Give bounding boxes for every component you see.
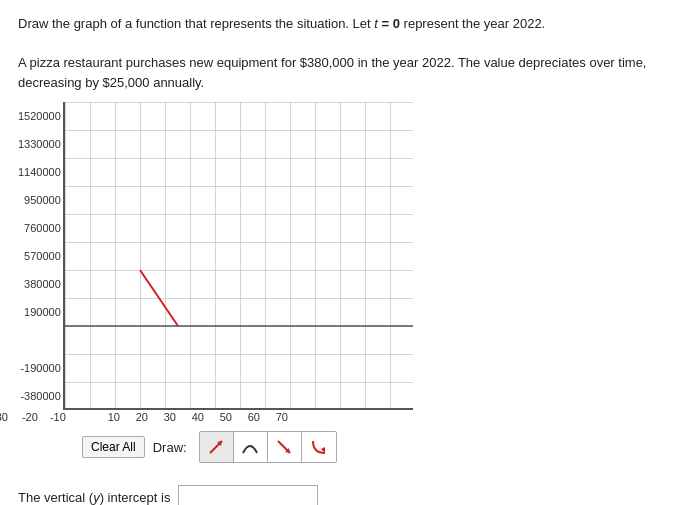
draw-tools xyxy=(199,431,337,463)
y-label-7: 1330000 xyxy=(18,130,61,158)
x-label-0: 0 xyxy=(72,411,100,423)
line-up-tool-button[interactable] xyxy=(200,432,234,462)
y-label-6: 1140000 xyxy=(18,158,61,186)
x-label-40: 40 xyxy=(184,411,212,423)
x-label-20: 20 xyxy=(128,411,156,423)
x-label-neg30: 30 xyxy=(0,411,16,423)
x-label-70: 70 xyxy=(268,411,296,423)
draw-label: Draw: xyxy=(153,440,187,455)
x-label-neg20: -20 xyxy=(16,411,44,423)
x-axis-labels-row: 30 -20 -10 0 10 20 30 40 50 60 70 xyxy=(0,411,338,423)
y-label-4: 760000 xyxy=(24,214,61,242)
clear-all-button[interactable]: Clear All xyxy=(82,436,145,458)
svg-rect-1 xyxy=(65,102,413,410)
y-label-neg1: -190000 xyxy=(20,354,60,382)
y-label-neg2: -380000 xyxy=(20,382,60,410)
answer-label: The vertical (y) intercept is xyxy=(18,490,170,505)
y-label-3: 570000 xyxy=(24,242,61,270)
equation: t = 0 xyxy=(374,16,400,31)
graph-area: 1520000 1330000 1140000 950000 760000 57… xyxy=(18,102,677,423)
answer-row: The vertical (y) intercept is xyxy=(18,485,677,505)
x-label-50: 50 xyxy=(212,411,240,423)
toolbar: Clear All Draw: xyxy=(82,431,677,463)
y-label-8: 1520000 xyxy=(18,102,61,130)
line-down-tool-button[interactable] xyxy=(268,432,302,462)
y-label-2: 380000 xyxy=(24,270,61,298)
x-label-30: 30 xyxy=(156,411,184,423)
problem-line1: Draw the graph of a function that repres… xyxy=(18,16,545,31)
y-label-zero: 0 xyxy=(55,326,61,354)
x-label-10: 10 xyxy=(100,411,128,423)
y-axis-labels: 1520000 1330000 1140000 950000 760000 57… xyxy=(18,102,61,410)
grid-container: 30 -20 -10 0 10 20 30 40 50 60 70 xyxy=(63,102,413,423)
y-label-5: 950000 xyxy=(24,186,61,214)
curve-tool-button[interactable] xyxy=(302,432,336,462)
arc-tool-button[interactable] xyxy=(234,432,268,462)
x-label-60: 60 xyxy=(240,411,268,423)
y-label-1: 190000 xyxy=(24,298,61,326)
x-label-neg10: -10 xyxy=(44,411,72,423)
graph-grid[interactable] xyxy=(63,102,413,410)
y-intercept-input[interactable] xyxy=(178,485,318,505)
problem-text: Draw the graph of a function that repres… xyxy=(18,14,677,92)
problem-line2: A pizza restaurant purchases new equipme… xyxy=(18,55,646,90)
